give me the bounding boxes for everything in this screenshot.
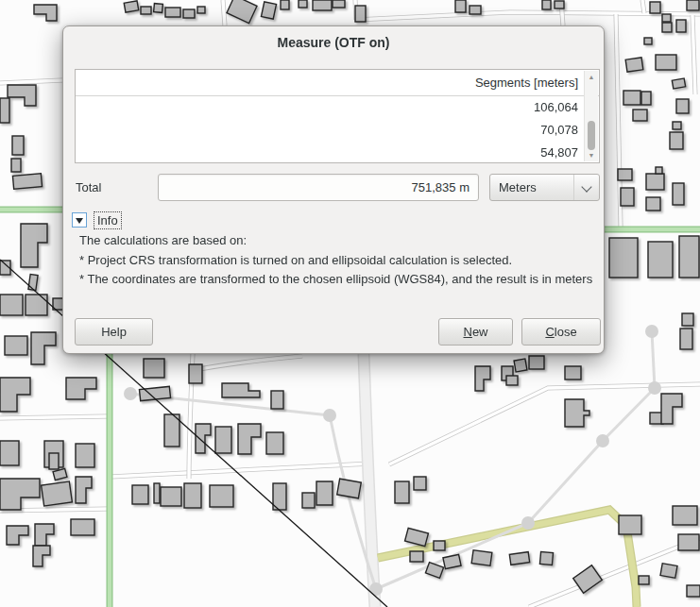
building — [676, 99, 689, 113]
building — [656, 55, 676, 70]
segments-scrollbar[interactable]: ▲ ▼ — [584, 71, 598, 161]
scrollbar-thumb[interactable] — [588, 121, 595, 150]
building — [0, 441, 19, 465]
segment-row[interactable]: 106,064 — [76, 96, 585, 119]
info-line: The calculations are based on: — [79, 231, 601, 251]
utility-node — [323, 409, 336, 422]
building — [565, 366, 581, 379]
building — [644, 38, 652, 44]
building — [676, 20, 686, 32]
building — [679, 236, 699, 278]
building — [302, 493, 315, 508]
building — [509, 552, 529, 565]
building — [0, 295, 23, 315]
building — [470, 6, 481, 14]
building — [210, 485, 233, 507]
building — [646, 197, 660, 211]
building — [672, 78, 685, 89]
building — [154, 4, 163, 13]
building — [141, 7, 151, 14]
building — [539, 551, 553, 565]
total-value-field[interactable]: 751,835 m — [158, 174, 479, 201]
building — [660, 564, 677, 579]
dialog-title: Measure (OTF on) — [63, 35, 604, 50]
building — [410, 551, 423, 562]
building — [682, 313, 693, 326]
building — [76, 444, 94, 467]
segments-column-header: Segments [meters] — [76, 70, 599, 96]
units-dropdown[interactable]: Meters — [489, 174, 600, 201]
info-line: * The coordinates are transformed to the… — [79, 270, 601, 290]
building — [673, 506, 697, 525]
building — [514, 359, 527, 372]
building — [555, 1, 564, 8]
building — [189, 364, 202, 383]
chevron-down-icon — [581, 181, 591, 192]
dropdown-chevron-area[interactable] — [573, 175, 599, 200]
triangle-down-icon — [76, 218, 83, 224]
building — [197, 7, 205, 13]
building — [161, 487, 181, 506]
building — [281, 0, 289, 9]
building — [144, 359, 164, 378]
building — [506, 376, 518, 385]
building — [542, 0, 551, 9]
building — [355, 6, 366, 22]
building — [625, 58, 643, 72]
building — [266, 432, 283, 454]
building — [680, 329, 692, 349]
scroll-up-icon[interactable]: ▲ — [585, 72, 598, 82]
building — [529, 356, 544, 369]
help-button[interactable]: Help — [75, 318, 153, 346]
building — [333, 0, 345, 8]
building — [313, 0, 332, 10]
building — [619, 515, 641, 534]
building — [641, 92, 651, 105]
building — [678, 534, 699, 550]
building — [49, 453, 59, 469]
scroll-down-icon[interactable]: ▼ — [585, 150, 598, 160]
building — [646, 174, 664, 190]
building — [215, 427, 231, 453]
new-button[interactable]: New — [438, 318, 513, 346]
building — [662, 23, 672, 32]
building — [673, 183, 684, 205]
building — [184, 483, 201, 508]
building — [12, 136, 24, 155]
building — [623, 91, 640, 105]
building — [650, 2, 660, 13]
building — [132, 485, 148, 504]
info-label[interactable]: Info — [94, 212, 121, 228]
building — [648, 242, 673, 278]
building — [662, 14, 671, 22]
building — [28, 275, 38, 291]
building — [11, 159, 21, 172]
building — [618, 169, 632, 180]
building — [165, 8, 180, 17]
building — [670, 132, 683, 149]
total-label: Total — [76, 174, 101, 201]
building — [5, 336, 27, 355]
building — [154, 483, 160, 503]
segment-row[interactable]: 70,078 — [76, 119, 585, 142]
building — [471, 550, 492, 566]
close-button[interactable]: Close — [521, 318, 601, 346]
building — [183, 9, 195, 18]
building — [455, 0, 466, 12]
building — [609, 238, 638, 278]
utility-node — [596, 434, 609, 447]
building — [124, 1, 139, 12]
building — [42, 481, 73, 506]
building — [71, 519, 94, 535]
building — [687, 0, 699, 10]
expander-button[interactable] — [72, 212, 87, 228]
segment-row[interactable]: 54,807 — [76, 142, 585, 164]
building — [337, 479, 362, 498]
building — [0, 98, 9, 123]
utility-node — [369, 582, 383, 596]
segments-rows: 106,06470,07854,807 — [76, 96, 585, 164]
building — [261, 2, 276, 19]
building — [271, 391, 283, 409]
building — [26, 295, 47, 315]
building — [395, 481, 409, 503]
